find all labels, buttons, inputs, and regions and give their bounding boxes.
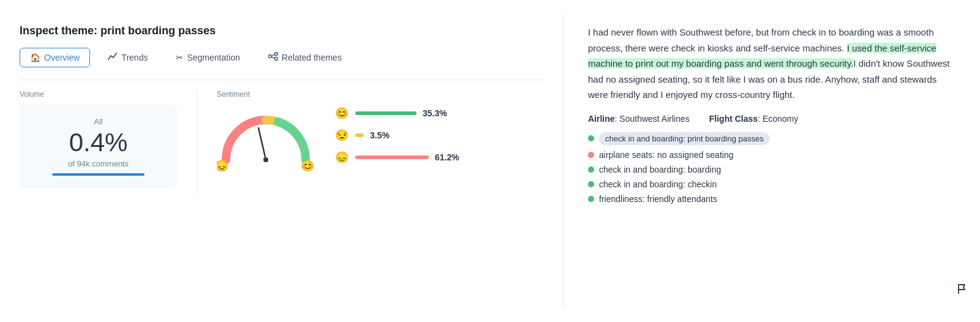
- page-title: Inspect theme: print boarding passes: [20, 24, 543, 37]
- svg-point-0: [268, 55, 271, 58]
- tag-label-0: check in and boarding: print boarding pa…: [599, 132, 770, 145]
- tag-label-2: check in and boarding: boarding: [599, 165, 721, 174]
- volume-bar: [52, 173, 145, 176]
- svg-text:😊: 😊: [301, 159, 315, 172]
- tag-dot-3: [588, 181, 594, 187]
- sentiment-breakdown: 😊 35.3% 😒 3.5% 😞: [334, 107, 462, 164]
- neutral-pct: 3.5%: [370, 130, 397, 140]
- sentiment-positive: 😊 35.3%: [334, 107, 462, 120]
- review-text: I had never flown with Southwest before,…: [588, 24, 956, 103]
- sentiment-negative: 😞 61.2%: [334, 151, 462, 164]
- flag-button[interactable]: [957, 283, 968, 298]
- tag-dot-0: [588, 135, 594, 141]
- tag-dot-4: [588, 196, 594, 202]
- negative-pct: 61.2%: [435, 152, 462, 162]
- negative-emoji: 😞: [334, 151, 349, 164]
- right-panel: I had never flown with Southwest before,…: [564, 15, 980, 307]
- svg-point-1: [274, 53, 277, 56]
- trends-icon: [108, 52, 118, 62]
- left-panel: Inspect theme: print boarding passes 🏠 O…: [0, 15, 564, 307]
- gauge: 😞 😊: [217, 105, 315, 166]
- tab-segmentation[interactable]: ✂ Segmentation: [165, 48, 250, 67]
- tag-0: check in and boarding: print boarding pa…: [588, 132, 956, 145]
- tab-bar: 🏠 Overview Trends ✂ Segmentation Related…: [20, 47, 543, 67]
- volume-comments: of 94k comments: [32, 159, 165, 168]
- positive-pct: 35.3%: [423, 108, 450, 118]
- neutral-bar: [355, 133, 364, 137]
- flight-class-label: Flight Class: [709, 114, 758, 124]
- related-icon: [268, 52, 278, 62]
- svg-point-2: [274, 58, 277, 61]
- svg-text:😞: 😞: [217, 159, 229, 172]
- scissors-icon: ✂: [176, 53, 183, 62]
- airline-value: Southwest Airlines: [619, 114, 689, 124]
- tag-4: friendliness: friendly attendants: [588, 194, 956, 204]
- tab-trends[interactable]: Trends: [97, 47, 158, 67]
- sentiment-content: 😞 😊 😊 35.3% 😒: [217, 105, 543, 166]
- volume-section: Volume All 0.4% of 94k comments: [20, 90, 197, 194]
- tag-dot-2: [588, 167, 594, 173]
- airline-meta: Airline: Southwest Airlines: [588, 114, 690, 124]
- tag-2: check in and boarding: boarding: [588, 165, 956, 174]
- tag-label-3: check in and boarding: checkin: [599, 179, 717, 189]
- neutral-emoji: 😒: [334, 129, 349, 142]
- svg-point-6: [263, 157, 268, 162]
- tab-related-themes[interactable]: Related themes: [258, 47, 352, 67]
- sentiment-section: Sentiment: [197, 90, 543, 194]
- review-meta: Airline: Southwest Airlines Flight Class…: [588, 114, 956, 124]
- home-icon: 🏠: [30, 53, 40, 62]
- divider: [20, 80, 543, 80]
- negative-bar: [355, 155, 429, 159]
- svg-line-5: [258, 128, 266, 160]
- volume-card: All 0.4% of 94k comments: [20, 105, 177, 188]
- volume-label: Volume: [20, 90, 177, 99]
- metrics-row: Volume All 0.4% of 94k comments Sentimen…: [20, 90, 543, 194]
- tags-list: check in and boarding: print boarding pa…: [588, 132, 956, 204]
- tag-1: airplane seats: no assigned seating: [588, 150, 956, 160]
- volume-percent: 0.4%: [32, 129, 165, 157]
- flight-class-value: Economy: [763, 114, 798, 124]
- flight-class-meta: Flight Class: Economy: [709, 114, 799, 124]
- airline-label: Airline: [588, 114, 615, 124]
- tag-label-4: friendliness: friendly attendants: [599, 194, 717, 204]
- sentiment-neutral: 😒 3.5%: [334, 129, 462, 142]
- svg-line-4: [271, 57, 275, 58]
- tag-3: check in and boarding: checkin: [588, 179, 956, 189]
- volume-sub: All: [32, 117, 165, 126]
- tab-overview[interactable]: 🏠 Overview: [20, 48, 90, 67]
- gauge-svg: 😞 😊: [217, 105, 315, 172]
- svg-line-3: [271, 54, 275, 56]
- tag-dot-1: [588, 152, 594, 158]
- flight-colon: :: [758, 114, 763, 124]
- tag-label-1: airplane seats: no assigned seating: [599, 150, 733, 160]
- positive-bar: [355, 111, 417, 115]
- sentiment-label: Sentiment: [217, 90, 543, 99]
- positive-emoji: 😊: [334, 107, 349, 120]
